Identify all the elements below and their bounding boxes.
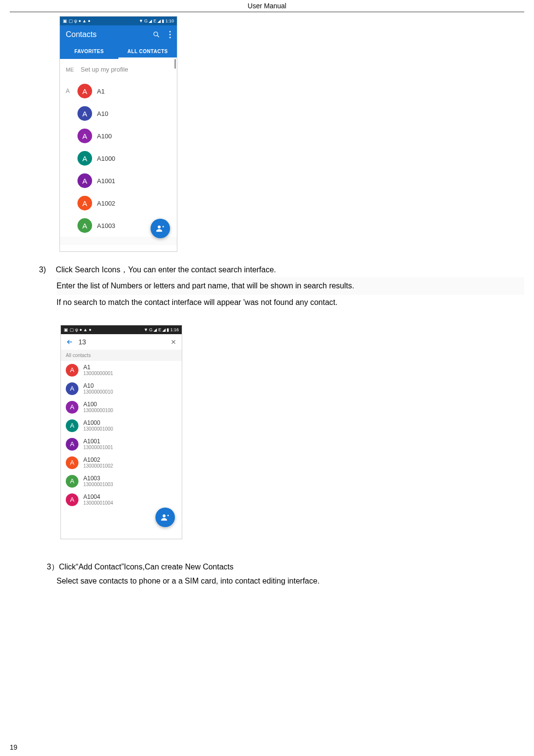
list-item[interactable]: AA10013000000100 xyxy=(61,398,182,416)
list-item[interactable]: AA100213000001002 xyxy=(61,454,182,472)
contact-name: A1003 xyxy=(97,222,115,229)
scroll-thumb[interactable] xyxy=(174,59,176,69)
notification-icon: ▣ ▢ ψ ● ▲ ● xyxy=(63,19,91,23)
app-bar: Contacts FAVORITES ALL CONTACTS xyxy=(60,25,177,59)
list-item[interactable]: AA1000 xyxy=(60,147,177,170)
contact-name: A100 xyxy=(97,132,112,140)
list-item[interactable]: AA10 xyxy=(60,102,177,125)
instruction-sub1: Enter the list of Numbers or letters and… xyxy=(57,277,524,295)
instruction-sub2: If no search to match the contact interf… xyxy=(57,295,524,310)
svg-line-1 xyxy=(157,36,159,38)
battery-icon: ▮ xyxy=(162,19,164,23)
contact-number: 13000001004 xyxy=(83,500,113,506)
avatar: A xyxy=(66,438,78,451)
contact-name: A10 xyxy=(97,110,108,117)
list-item[interactable]: AA100413000001004 xyxy=(61,491,182,509)
list-item[interactable]: AAA1 xyxy=(60,80,177,102)
status-bar: ▣ ▢ ψ ● ▲ ● ▼ G ◢ E ◢ ▮ 1:16 xyxy=(61,325,182,334)
avatar: A xyxy=(77,84,92,98)
avatar: A xyxy=(77,106,92,121)
avatar: A xyxy=(77,196,92,210)
contact-name: A1000 xyxy=(97,155,115,162)
contact-name: A1 xyxy=(83,364,113,371)
search-input[interactable]: 13 xyxy=(78,338,165,346)
contact-name: A1000 xyxy=(83,419,113,426)
contact-number: 13000000001 xyxy=(83,371,113,376)
avatar: A xyxy=(66,475,78,488)
avatar: A xyxy=(77,218,92,233)
contact-list: ME Set up my profile AAA1AA10AA100AA1000… xyxy=(60,59,177,245)
avatar: A xyxy=(66,382,78,395)
svg-point-3 xyxy=(170,34,171,36)
avatar: A xyxy=(66,419,78,432)
section-letter: A xyxy=(66,88,77,94)
back-icon[interactable] xyxy=(66,338,74,346)
step-number: 3) xyxy=(39,263,54,277)
step-text: Click Search Icons，You can enter the con… xyxy=(56,265,276,274)
search-bar: 13 xyxy=(61,334,182,350)
more-icon[interactable] xyxy=(169,31,171,38)
screenshot-search: ▣ ▢ ψ ● ▲ ● ▼ G ◢ E ◢ ▮ 1:16 13 All cont… xyxy=(60,325,182,539)
list-item[interactable]: AA100313000001003 xyxy=(61,472,182,491)
instruction-add-sub: Select save contacts to phone or a a SIM… xyxy=(57,574,524,588)
battery-icon: ▮ xyxy=(167,327,169,332)
tab-all-contacts[interactable]: ALL CONTACTS xyxy=(118,44,177,59)
status-time: 1:10 xyxy=(165,19,174,23)
signal-icon: G ◢ E ◢ xyxy=(149,327,166,332)
contact-name: A1001 xyxy=(83,438,113,445)
avatar: A xyxy=(77,129,92,143)
list-item[interactable]: AA100 xyxy=(60,125,177,147)
avatar: A xyxy=(66,364,78,377)
list-item-me[interactable]: ME Set up my profile xyxy=(60,59,177,80)
list-item[interactable]: AA100013000001000 xyxy=(61,416,182,435)
avatar: A xyxy=(66,493,78,506)
tab-favorites[interactable]: FAVORITES xyxy=(60,44,118,59)
list-item[interactable]: AA1001 xyxy=(60,170,177,192)
me-text: Set up my profile xyxy=(81,66,129,73)
status-bar: ▣ ▢ ψ ● ▲ ● ▼ G ◢ E ◢ ▮ 1:10 xyxy=(60,17,177,25)
app-title: Contacts xyxy=(66,30,96,39)
signal-icon: G ◢ E ◢ xyxy=(144,19,161,23)
list-item[interactable]: AA1002 xyxy=(60,192,177,214)
add-contact-fab[interactable] xyxy=(155,508,175,527)
wifi-icon: ▼ xyxy=(139,19,143,23)
avatar: A xyxy=(66,401,78,414)
search-results: AA113000000001AA1013000000010AA100130000… xyxy=(61,361,182,509)
contact-name: A10 xyxy=(83,382,113,389)
contact-number: 13000001002 xyxy=(83,463,113,469)
instruction-3: 3) Click Search Icons，You can enter the … xyxy=(39,263,524,277)
contact-number: 13000000010 xyxy=(83,389,113,395)
contact-number: 13000000100 xyxy=(83,408,113,413)
search-icon[interactable] xyxy=(153,31,160,38)
contact-name: A1003 xyxy=(83,475,113,482)
list-item[interactable]: AA1013000000010 xyxy=(61,379,182,398)
avatar: A xyxy=(77,173,92,188)
avatar: A xyxy=(66,456,78,469)
instruction-add: 3）Click“Add Contact”Icons,Can create New… xyxy=(47,560,524,574)
list-item[interactable]: AA113000000001 xyxy=(61,361,182,379)
svg-point-0 xyxy=(154,32,158,36)
notification-icon: ▣ ▢ ψ ● ▲ ● xyxy=(64,327,92,332)
clear-icon[interactable] xyxy=(170,339,177,345)
status-time: 1:16 xyxy=(170,327,179,332)
svg-point-6 xyxy=(163,514,166,517)
contact-name: A1 xyxy=(97,88,105,95)
add-contact-fab[interactable] xyxy=(151,219,170,238)
all-contacts-label: All contacts xyxy=(61,350,182,361)
contact-name: A1002 xyxy=(83,456,113,463)
list-item[interactable]: AA100113000001001 xyxy=(61,435,182,454)
wifi-icon: ▼ xyxy=(144,327,148,332)
page-header: User Manual xyxy=(10,0,524,12)
contact-name: A1001 xyxy=(97,177,115,185)
avatar: A xyxy=(77,151,92,166)
me-label: ME xyxy=(66,67,74,73)
svg-point-4 xyxy=(170,37,171,38)
contact-name: A1004 xyxy=(83,493,113,500)
svg-point-2 xyxy=(170,31,171,33)
contact-name: A100 xyxy=(83,401,113,408)
contact-number: 13000001001 xyxy=(83,445,113,450)
contact-number: 13000001000 xyxy=(83,426,113,432)
screenshot-contacts: ▣ ▢ ψ ● ▲ ● ▼ G ◢ E ◢ ▮ 1:10 Contacts xyxy=(59,16,177,252)
contact-name: A1002 xyxy=(97,200,115,207)
svg-point-5 xyxy=(158,226,161,228)
